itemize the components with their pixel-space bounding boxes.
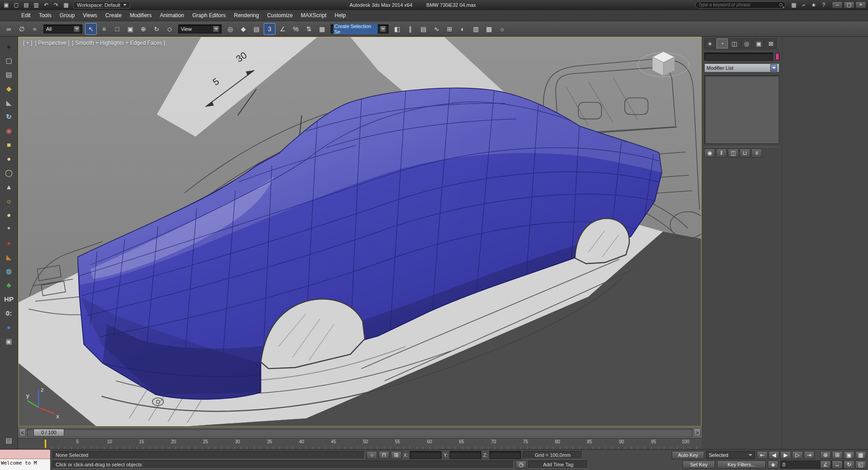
select-and-manipulate-button[interactable]: ◆ bbox=[237, 23, 249, 35]
field-of-view-button[interactable]: ∠ bbox=[820, 460, 831, 469]
tool-icon-cone[interactable]: ▲ bbox=[2, 181, 16, 193]
keyboard-shortcut-override-toggle[interactable]: ▤ bbox=[251, 23, 262, 35]
tool-icon-grid[interactable]: ▤ bbox=[2, 68, 16, 81]
bind-to-space-warp-button[interactable]: ≈ bbox=[29, 23, 41, 35]
tab-hierarchy[interactable]: ◫ bbox=[729, 38, 740, 48]
tool-icon-wrench[interactable]: ◣ bbox=[2, 96, 16, 109]
absolute-mode-toggle[interactable]: ⊞ bbox=[391, 451, 402, 459]
menu-graph-editors[interactable]: Graph Editors bbox=[188, 11, 230, 20]
go-to-end-button[interactable]: ⇥ bbox=[804, 451, 815, 459]
use-pivot-point-center-button[interactable]: ◎ bbox=[224, 23, 236, 35]
tool-icon-dark-sphere[interactable]: ● bbox=[2, 40, 16, 53]
pan-view-button[interactable]: ↔ bbox=[832, 460, 843, 469]
set-key-button[interactable]: Set Key bbox=[683, 460, 715, 469]
menu-views[interactable]: Views bbox=[79, 11, 101, 20]
modifier-stack-list[interactable] bbox=[704, 75, 779, 144]
isolate-selection-toggle[interactable]: ○ bbox=[366, 451, 377, 459]
viewport-3d-scene[interactable]: 5 30 bbox=[19, 37, 701, 426]
auto-key-button[interactable]: Auto Key bbox=[672, 451, 704, 459]
reference-coordinate-system-dropdown[interactable]: View bbox=[178, 24, 222, 34]
make-unique-button[interactable]: ◫ bbox=[728, 149, 739, 158]
maximize-button[interactable]: ▢ bbox=[844, 1, 854, 9]
pin-stack-button[interactable]: ◉ bbox=[704, 149, 715, 158]
tool-icon-knot[interactable]: ◉ bbox=[2, 125, 16, 137]
tool-icon-boxes[interactable]: ▣ bbox=[2, 335, 16, 347]
zoom-extents-button[interactable]: ▣ bbox=[844, 451, 854, 459]
rectangular-selection-region-button[interactable]: □ bbox=[111, 23, 123, 35]
favorites-star-button[interactable]: ★ bbox=[809, 1, 818, 9]
track-bar[interactable]: 5101520253035404550556065707580859095100 bbox=[18, 438, 702, 449]
time-slider-next-button[interactable]: > bbox=[694, 428, 701, 437]
minimize-button[interactable]: – bbox=[832, 1, 843, 9]
listener-macro-pane[interactable] bbox=[0, 450, 50, 459]
tab-utilities[interactable]: ⊠ bbox=[765, 38, 777, 48]
current-frame-marker[interactable] bbox=[44, 439, 47, 448]
mirror-button[interactable]: ◧ bbox=[391, 23, 403, 35]
select-and-rotate-button[interactable]: ↻ bbox=[151, 23, 162, 35]
zoom-extents-all-button[interactable]: ▦ bbox=[855, 451, 866, 459]
modifier-list-dropdown[interactable]: Modifier List bbox=[704, 63, 779, 72]
render-production-button[interactable]: ☼ bbox=[496, 23, 508, 35]
zoom-all-button[interactable]: ⊞ bbox=[832, 451, 843, 459]
tool-icon-plant[interactable]: ♣ bbox=[2, 279, 16, 291]
edit-named-selection-sets-button[interactable]: ▦ bbox=[316, 23, 328, 35]
play-animation-button[interactable]: ▶ bbox=[780, 451, 791, 459]
remove-modifier-button[interactable]: ⊔ bbox=[740, 149, 750, 158]
select-and-move-button[interactable]: ⊕ bbox=[138, 23, 149, 35]
show-end-result-button[interactable]: ‖ bbox=[716, 149, 727, 158]
menu-customize[interactable]: Customize bbox=[263, 11, 297, 20]
render-setup-button[interactable]: ▥ bbox=[470, 23, 482, 35]
viewport-general-menu[interactable]: [ + ] bbox=[23, 40, 32, 46]
menu-rendering[interactable]: Rendering bbox=[230, 11, 263, 20]
tool-icon-hp[interactable]: HP bbox=[2, 293, 16, 305]
percent-snap-toggle[interactable]: % bbox=[290, 23, 302, 35]
tool-icon-snowflake[interactable]: * bbox=[2, 223, 16, 235]
viewport-shading-menu[interactable]: [ Smooth + Highlights + Edged Faces ] bbox=[72, 40, 165, 46]
align-button[interactable]: ∥ bbox=[404, 23, 416, 35]
snaps-toggle[interactable]: 3 bbox=[264, 23, 275, 35]
save-file-button[interactable]: ▥ bbox=[32, 1, 41, 9]
material-editor-button[interactable]: ◐ bbox=[457, 23, 469, 35]
next-frame-button[interactable]: ▷ bbox=[792, 451, 803, 459]
spinner-snap-toggle[interactable]: ⇅ bbox=[303, 23, 315, 35]
rendered-frame-window-button[interactable]: ▩ bbox=[483, 23, 495, 35]
tool-icon-torus[interactable]: ◯ bbox=[2, 167, 16, 179]
time-slider-track[interactable]: 0 / 100 bbox=[27, 428, 693, 437]
help-button[interactable]: ? bbox=[819, 1, 828, 9]
open-file-button[interactable]: ▤ bbox=[22, 1, 31, 9]
app-menu-button[interactable]: ▣ bbox=[2, 1, 11, 9]
key-mode-toggle-button[interactable]: ◈ bbox=[768, 460, 778, 469]
redo-button[interactable]: ↷ bbox=[52, 1, 61, 9]
search-input[interactable] bbox=[698, 2, 779, 7]
named-selection-sets-dropdown[interactable]: Create Selection Se bbox=[331, 24, 389, 34]
tool-icon-blue-sphere[interactable]: ● bbox=[2, 321, 16, 333]
tab-display[interactable]: ▣ bbox=[753, 38, 764, 48]
tool-icon-tan-sphere[interactable]: ● bbox=[2, 153, 16, 165]
menu-help[interactable]: Help bbox=[331, 11, 350, 20]
schematic-view-button[interactable]: ⊞ bbox=[444, 23, 455, 35]
tool-icon-key[interactable]: ◆ bbox=[2, 82, 16, 95]
undo-button[interactable]: ↶ bbox=[42, 1, 51, 9]
workspace-dropdown[interactable]: Workspace: Default bbox=[73, 1, 130, 9]
tab-create[interactable]: ∗ bbox=[704, 38, 716, 48]
tab-modify[interactable]: ◔ bbox=[716, 38, 728, 48]
menu-group[interactable]: Group bbox=[56, 11, 79, 20]
communication-center-button[interactable]: ▦ bbox=[789, 1, 798, 9]
tool-icon-counter[interactable]: 0: bbox=[2, 307, 16, 319]
select-by-name-button[interactable]: ≡ bbox=[98, 23, 110, 35]
add-time-tag-field[interactable]: Add Time Tag bbox=[528, 460, 588, 469]
tool-icon-chair[interactable]: ◣ bbox=[2, 251, 16, 263]
selection-lock-toggle[interactable]: ⊓ bbox=[379, 451, 389, 459]
tool-icon-sun[interactable]: ☼ bbox=[2, 195, 16, 207]
angle-snap-toggle[interactable]: ∠ bbox=[277, 23, 289, 35]
new-scene-button[interactable]: ▢ bbox=[12, 1, 21, 9]
select-object-button[interactable]: ↖ bbox=[85, 23, 97, 35]
time-slider-prev-button[interactable]: < bbox=[19, 428, 26, 437]
layer-manager-button[interactable]: ▤ bbox=[417, 23, 429, 35]
perspective-viewport[interactable]: [ + ] [ Perspective ] [ Smooth + Highlig… bbox=[18, 37, 702, 427]
mini-listener-toggle-button[interactable]: ▤ bbox=[2, 434, 16, 446]
tool-icon-spiral[interactable]: ↻ bbox=[2, 110, 16, 123]
close-button[interactable]: × bbox=[855, 1, 866, 9]
project-folder-button[interactable]: ▦ bbox=[62, 1, 71, 9]
menu-animation[interactable]: Animation bbox=[156, 11, 188, 20]
